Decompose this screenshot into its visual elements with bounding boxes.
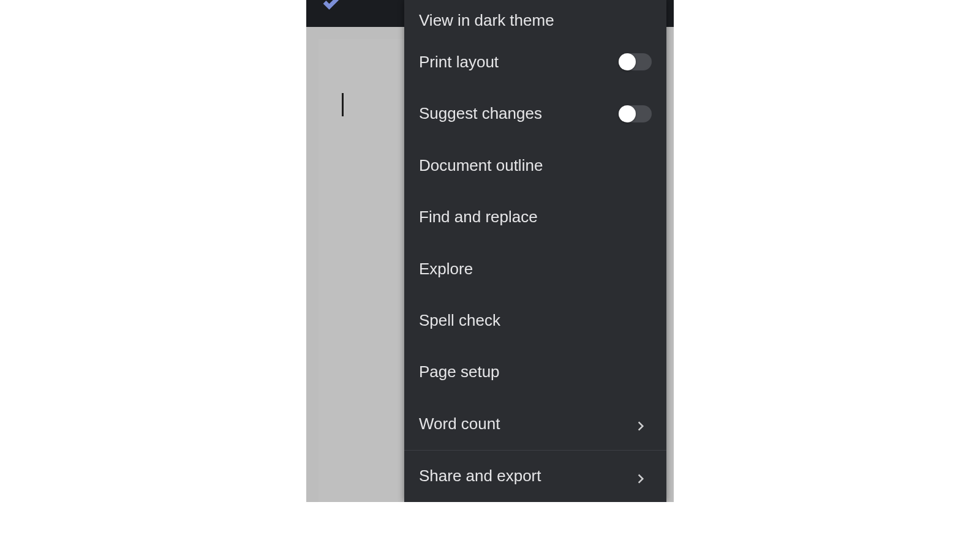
menu-item-word-count[interactable]: Word count — [404, 398, 666, 449]
menu-item-document-outline[interactable]: Document outline — [404, 140, 666, 191]
chevron-right-icon — [635, 418, 647, 430]
chevron-right-icon — [635, 470, 647, 482]
toggle-knob — [619, 105, 636, 122]
menu-item-share-export[interactable]: Share and export — [404, 451, 666, 502]
menu-item-explore[interactable]: Explore — [404, 243, 666, 294]
menu-item-label: Word count — [419, 414, 500, 433]
toggle-knob — [619, 53, 636, 70]
menu-item-spell-check[interactable]: Spell check — [404, 294, 666, 346]
suggest-changes-toggle[interactable] — [621, 105, 652, 122]
menu-item-label: Explore — [419, 260, 473, 279]
app-crop: View in dark theme Print layout Suggest … — [306, 0, 674, 502]
menu-item-view-dark-theme[interactable]: View in dark theme — [404, 0, 666, 36]
menu-item-label: Suggest changes — [419, 104, 542, 123]
menu-item-label: Spell check — [419, 311, 500, 330]
overflow-menu: View in dark theme Print layout Suggest … — [404, 0, 666, 502]
menu-item-page-setup[interactable]: Page setup — [404, 347, 666, 398]
menu-item-label: Print layout — [419, 53, 499, 72]
menu-item-label: Document outline — [419, 156, 543, 175]
menu-item-find-replace[interactable]: Find and replace — [404, 192, 666, 243]
text-cursor — [342, 93, 344, 116]
menu-item-label: View in dark theme — [419, 11, 554, 30]
menu-item-label: Share and export — [419, 467, 541, 485]
print-layout-toggle[interactable] — [621, 53, 652, 70]
done-icon[interactable] — [321, 0, 343, 12]
menu-item-label: Find and replace — [419, 208, 538, 227]
menu-item-print-layout[interactable]: Print layout — [404, 36, 666, 88]
menu-item-suggest-changes[interactable]: Suggest changes — [404, 88, 666, 140]
menu-item-label: Page setup — [419, 362, 500, 381]
